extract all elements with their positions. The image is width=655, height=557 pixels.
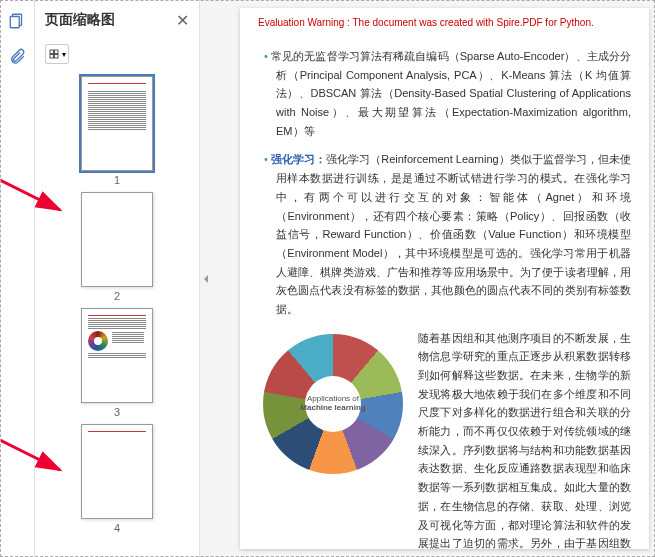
thumbnail-options-button[interactable]: ▾: [45, 44, 69, 64]
thumbnail-page-number: 4: [114, 522, 120, 534]
svg-rect-2: [50, 50, 54, 54]
thumbnail-page-number: 2: [114, 290, 120, 302]
svg-rect-4: [50, 55, 54, 59]
document-page: Evaluation Warning : The document was cr…: [240, 8, 649, 549]
paragraph-bioinformatics: 随着基因组和其他测序项目的不断发展，生物信息学研究的重点正逐步从积累数据转移到如…: [418, 329, 631, 557]
thumbnails-icon[interactable]: [8, 12, 26, 34]
svg-rect-1: [10, 17, 19, 28]
collapse-handle[interactable]: [200, 0, 212, 557]
ml-applications-diagram: Applications ofMachine learning: [258, 329, 408, 479]
thumbnail-page-number: 1: [114, 174, 120, 186]
svg-rect-3: [55, 50, 59, 54]
thumbnail-panel: 页面缩略图 ✕ ▾ 1: [35, 0, 200, 557]
svg-rect-5: [55, 55, 59, 59]
svg-marker-6: [204, 275, 208, 283]
left-tool-strip: [0, 0, 35, 557]
keyword-reinforcement: 强化学习：: [271, 153, 326, 165]
thumbnail-item[interactable]: 2: [81, 192, 153, 302]
attachment-icon[interactable]: [8, 48, 26, 70]
thumbnail-item[interactable]: 1: [81, 76, 153, 186]
thumbnail-page-number: 3: [114, 406, 120, 418]
paragraph-unsupervised: 常见的无监督学习算法有稀疏自编码（Sparse Auto-Encoder）、主成…: [276, 47, 631, 140]
thumbnail-list[interactable]: 1 2 3: [35, 72, 199, 557]
thumbnail-item[interactable]: 3: [81, 308, 153, 418]
thumbnail-panel-title: 页面缩略图: [45, 11, 115, 29]
paragraph-reinforcement: 强化学习：强化学习（Reinforcement Learning）类似于监督学习…: [276, 150, 631, 318]
close-icon[interactable]: ✕: [176, 11, 189, 30]
document-area: Evaluation Warning : The document was cr…: [212, 0, 655, 557]
thumbnail-item[interactable]: 4: [81, 424, 153, 534]
evaluation-warning: Evaluation Warning : The document was cr…: [258, 14, 631, 31]
document-scroll[interactable]: Evaluation Warning : The document was cr…: [212, 0, 655, 557]
